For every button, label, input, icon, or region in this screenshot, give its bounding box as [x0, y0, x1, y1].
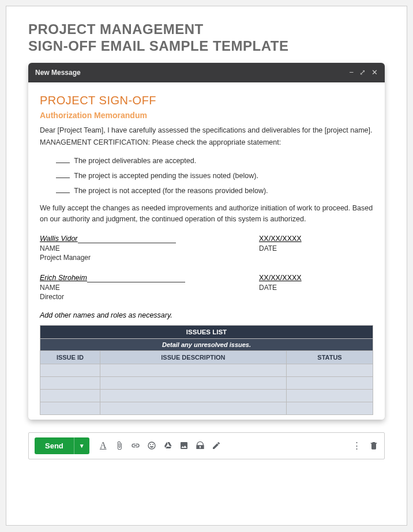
- title-line-2: SIGN-OFF EMAIL SAMPLE TEMPLATE: [28, 38, 385, 55]
- emoji-icon[interactable]: [147, 441, 156, 450]
- issues-table: ISSUES LIST Detail any unresolved issues…: [40, 325, 373, 415]
- col-status: STATUS: [286, 350, 373, 364]
- insert-link-icon[interactable]: [131, 441, 140, 450]
- signer-1-labels: NAME DATE: [40, 244, 373, 252]
- signature-line: [87, 282, 185, 282]
- signer-2-name: Erich Stroheim: [40, 274, 87, 282]
- signature-line: [78, 243, 176, 243]
- document-title: PROJECT MANAGEMENT SIGN-OFF EMAIL SAMPLE…: [28, 21, 385, 55]
- more-options-icon[interactable]: ⋮: [352, 440, 361, 451]
- blank-line: [56, 178, 70, 178]
- table-row: [40, 364, 373, 376]
- close-icon[interactable]: ✕: [371, 68, 378, 77]
- confidential-mode-icon[interactable]: [196, 441, 205, 450]
- title-line-1: PROJECT MANAGEMENT: [28, 21, 385, 38]
- col-issue-id: ISSUE ID: [40, 350, 100, 364]
- table-row: [40, 376, 373, 389]
- signer-1-date: XX/XX/XXXX: [259, 235, 302, 243]
- insert-image-icon[interactable]: [179, 441, 189, 450]
- discard-draft-icon[interactable]: [369, 441, 378, 450]
- email-body: PROJECT SIGN-OFF Authorization Memorandu…: [28, 82, 385, 420]
- table-row: [40, 402, 373, 414]
- signer-2-role: Director: [40, 293, 373, 301]
- option-2: The project is accepted pending the issu…: [56, 172, 373, 180]
- formatting-toolbar: A: [99, 440, 350, 451]
- send-button-group: Send ▼: [35, 437, 89, 454]
- toolbar-right: ⋮: [352, 440, 378, 451]
- heading-authorization: Authorization Memorandum: [40, 111, 373, 120]
- heading-signoff: PROJECT SIGN-OFF: [40, 94, 373, 107]
- certification-options: The project deliverables are accepted. T…: [56, 157, 373, 195]
- option-3: The project is not accepted (for the rea…: [56, 187, 373, 195]
- name-label: NAME: [40, 244, 259, 252]
- compose-title: New Message: [35, 69, 349, 77]
- minimize-icon[interactable]: −: [349, 68, 354, 77]
- signer-2-date: XX/XX/XXXX: [259, 274, 302, 282]
- date-label: DATE: [259, 284, 373, 292]
- table-row: [40, 389, 373, 402]
- add-names-note: Add other names and roles as necessary.: [40, 311, 373, 319]
- attach-file-icon[interactable]: [115, 441, 124, 450]
- signature-pen-icon[interactable]: [212, 441, 221, 450]
- acceptance-paragraph: We fully accept the changes as needed im…: [40, 203, 373, 225]
- blank-line: [56, 163, 70, 163]
- col-issue-desc: ISSUE DESCRIPTION: [100, 350, 286, 364]
- signer-2-line: Erich Stroheim XX/XX/XXXX: [40, 272, 373, 282]
- send-options-dropdown[interactable]: ▼: [74, 437, 89, 454]
- signer-1-name: Wallis Vidor: [40, 235, 78, 243]
- compose-header: New Message − ⤢ ✕: [28, 63, 385, 82]
- window-controls: − ⤢ ✕: [349, 68, 378, 77]
- drive-icon[interactable]: [163, 441, 172, 450]
- compose-window: New Message − ⤢ ✕ PROJECT SIGN-OFF Autho…: [28, 63, 385, 420]
- intro-paragraph: Dear [Project Team], I have carefully as…: [40, 124, 373, 149]
- compose-toolbar: Send ▼ A: [28, 432, 385, 459]
- option-3-text: The project is not accepted (for the rea…: [74, 187, 268, 195]
- signer-2-labels: NAME DATE: [40, 284, 373, 292]
- issues-title: ISSUES LIST: [40, 325, 373, 338]
- option-1-text: The project deliverables are accepted.: [74, 157, 196, 165]
- name-label: NAME: [40, 284, 259, 292]
- text-format-icon[interactable]: A: [99, 440, 108, 451]
- document-page: PROJECT MANAGEMENT SIGN-OFF EMAIL SAMPLE…: [6, 6, 407, 526]
- option-1: The project deliverables are accepted.: [56, 157, 373, 165]
- send-button[interactable]: Send: [35, 437, 74, 454]
- signer-1-role: Project Manager: [40, 254, 373, 262]
- date-label: DATE: [259, 244, 373, 252]
- issues-subtitle: Detail any unresolved issues.: [40, 338, 373, 350]
- option-2-text: The project is accepted pending the issu…: [74, 172, 258, 180]
- signer-1-line: Wallis Vidor XX/XX/XXXX: [40, 233, 373, 243]
- blank-line: [56, 193, 70, 193]
- expand-icon[interactable]: ⤢: [359, 68, 366, 77]
